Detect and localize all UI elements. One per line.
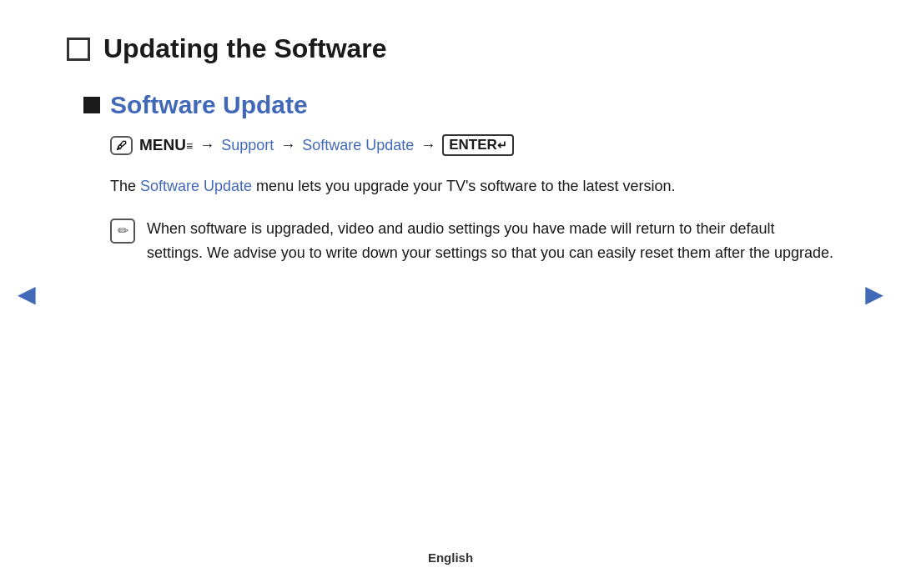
section-title: Software Update <box>110 91 308 119</box>
nav-arrow-right[interactable]: ► <box>859 277 889 312</box>
menu-label: MENU≡ <box>139 136 193 154</box>
enter-label: ENTER <box>449 137 497 153</box>
page-container: Updating the Software Software Update 🖊 … <box>0 0 901 588</box>
description-before: The <box>110 178 140 194</box>
menu-icon-symbol: 🖊 <box>116 139 127 152</box>
menu-path: 🖊 MENU≡ → Support → Software Update → EN… <box>110 134 834 156</box>
software-update-link: Software Update <box>302 137 414 154</box>
section-header: Software Update <box>83 91 834 119</box>
description-after: menu lets you upgrade your TV's software… <box>252 178 675 194</box>
section-bullet <box>83 97 100 113</box>
description-link: Software Update <box>140 178 252 194</box>
arrow-1: → <box>199 137 214 154</box>
arrow-2: → <box>280 137 295 154</box>
footer-language: English <box>428 550 473 565</box>
menu-icon-box: 🖊 <box>110 136 133 155</box>
checkbox-icon <box>67 38 90 61</box>
note-icon-symbol: ✏ <box>118 223 128 239</box>
enter-box: ENTER↵ <box>442 134 514 156</box>
arrow-3: → <box>420 137 435 154</box>
support-link: Support <box>221 137 274 154</box>
section: Software Update 🖊 MENU≡ → Support → Soft… <box>83 91 834 266</box>
nav-arrow-left[interactable]: ◄ <box>12 277 42 312</box>
description: The Software Update menu lets you upgrad… <box>110 174 834 199</box>
main-title-text: Updating the Software <box>103 33 387 64</box>
note-block: ✏ When software is upgraded, video and a… <box>110 217 834 266</box>
main-title-row: Updating the Software <box>67 33 834 64</box>
note-icon: ✏ <box>110 219 135 244</box>
note-text: When software is upgraded, video and aud… <box>147 217 834 266</box>
